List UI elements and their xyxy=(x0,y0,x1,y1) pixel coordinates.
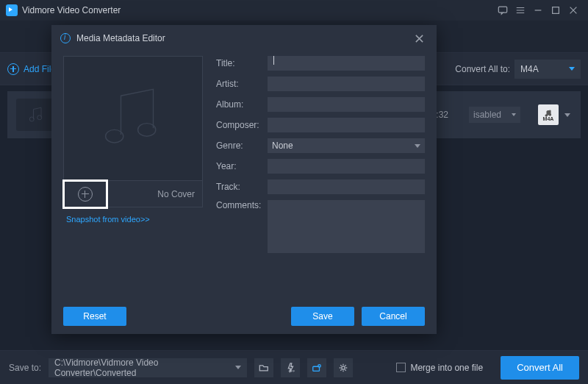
save-to-label: Save to: xyxy=(9,363,41,373)
checkbox-icon xyxy=(396,363,406,372)
chevron-down-icon xyxy=(235,366,241,369)
subtitle-value: isabled xyxy=(473,110,501,120)
open-folder-button[interactable] xyxy=(254,358,273,377)
convert-all-to-label: Convert All to: xyxy=(455,64,510,74)
menu-icon[interactable] xyxy=(512,1,529,19)
cancel-button[interactable]: Cancel xyxy=(362,307,425,326)
reset-button[interactable]: Reset xyxy=(63,307,126,326)
no-cover-label: No Cover xyxy=(107,189,202,199)
cover-preview xyxy=(63,56,203,181)
svg-point-10 xyxy=(342,366,345,369)
app-logo-icon xyxy=(6,4,18,16)
track-field-label: Track: xyxy=(216,182,262,192)
info-icon xyxy=(60,33,71,43)
hardware-accel-button[interactable]: OFF xyxy=(281,358,300,377)
modal-close-button[interactable] xyxy=(410,29,428,47)
item-format-button[interactable]: M4A xyxy=(538,104,559,125)
app-title: Vidmore Video Converter xyxy=(22,5,494,15)
item-format-tag: M4A xyxy=(543,116,554,121)
save-path-select[interactable]: C:\Vidmore\Vidmore Video Converter\Conve… xyxy=(49,358,247,377)
svg-point-12 xyxy=(138,124,156,137)
save-path-value: C:\Vidmore\Vidmore Video Converter\Conve… xyxy=(54,358,235,378)
modal-title: Media Metadata Editor xyxy=(76,33,410,43)
composer-input[interactable] xyxy=(268,118,425,132)
album-input[interactable] xyxy=(268,97,425,112)
plus-circle-icon xyxy=(78,187,93,202)
close-window-button[interactable] xyxy=(564,1,582,19)
settings-button[interactable] xyxy=(334,358,353,377)
titlebar: Vidmore Video Converter xyxy=(0,0,588,21)
metadata-form: Title: Artist: Album: Composer: Genre: N… xyxy=(216,56,425,299)
feedback-icon[interactable] xyxy=(494,1,512,19)
chevron-down-icon xyxy=(415,144,420,148)
merge-label: Merge into one file xyxy=(410,363,483,373)
modal-header: Media Metadata Editor xyxy=(51,25,437,51)
add-cover-button[interactable] xyxy=(64,181,107,207)
maximize-button[interactable] xyxy=(547,1,564,19)
svg-point-6 xyxy=(549,113,551,115)
comments-field-label: Comments: xyxy=(216,200,262,210)
year-field-label: Year: xyxy=(216,161,262,171)
subtitle-select[interactable]: isabled xyxy=(469,107,520,123)
minimize-button[interactable] xyxy=(529,1,547,19)
svg-rect-1 xyxy=(553,7,559,14)
output-format-select[interactable]: M4A xyxy=(514,60,581,79)
track-input[interactable] xyxy=(268,179,425,194)
svg-point-11 xyxy=(106,129,123,143)
genre-select[interactable]: None xyxy=(268,138,425,153)
high-speed-button[interactable] xyxy=(307,358,326,377)
svg-point-9 xyxy=(318,364,321,367)
save-button[interactable]: Save xyxy=(291,307,354,326)
artist-input[interactable] xyxy=(268,77,425,91)
convert-all-button[interactable]: Convert All xyxy=(501,356,579,380)
title-field-label: Title: xyxy=(216,58,262,68)
year-input[interactable] xyxy=(268,159,425,174)
comments-textarea[interactable] xyxy=(268,200,425,253)
artist-field-label: Artist: xyxy=(216,79,262,89)
svg-text:OFF: OFF xyxy=(288,369,295,373)
genre-field-label: Genre: xyxy=(216,141,262,151)
genre-value: None xyxy=(272,141,293,151)
modal-footer: Reset Save Cancel xyxy=(51,299,437,334)
metadata-editor-modal: Media Metadata Editor No Cover Snapshot … xyxy=(51,25,437,334)
snapshot-link[interactable]: Snapshot from video>> xyxy=(63,215,203,224)
chevron-down-icon xyxy=(564,113,570,117)
chevron-down-icon xyxy=(512,113,516,116)
output-format-value: M4A xyxy=(520,64,539,74)
album-field-label: Album: xyxy=(216,99,262,110)
plus-circle-icon xyxy=(7,63,19,75)
bottom-bar: Save to: C:\Vidmore\Vidmore Video Conver… xyxy=(0,350,588,384)
cover-column: No Cover Snapshot from video>> xyxy=(63,56,203,299)
svg-rect-0 xyxy=(498,7,506,13)
chevron-down-icon xyxy=(569,67,575,71)
composer-field-label: Composer: xyxy=(216,120,262,130)
merge-checkbox[interactable]: Merge into one file xyxy=(396,363,483,373)
title-input[interactable] xyxy=(268,56,425,71)
